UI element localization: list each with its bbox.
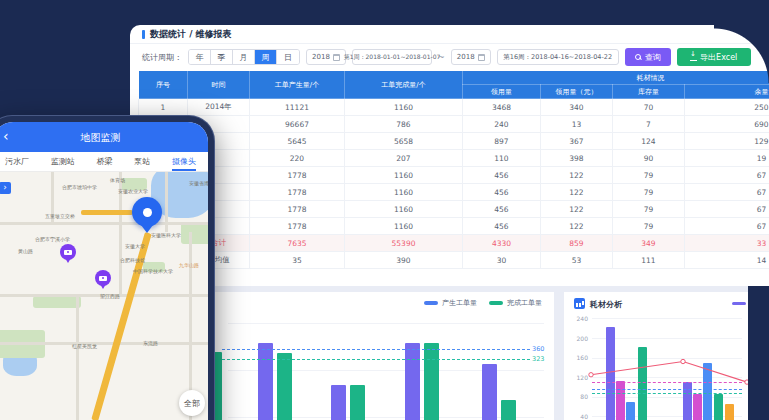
query-button-label: 查询 [645,52,661,63]
reference-line [222,349,530,350]
table-cell: 13 [541,116,613,133]
period-option[interactable]: 周 [255,50,277,64]
table-cell: 3468 [463,99,541,116]
map-park [181,222,208,244]
reference-line [592,382,742,383]
camera-marker[interactable] [60,244,76,260]
phone-tab[interactable]: 污水厂 [5,152,29,171]
table-cell: 67 [685,184,769,201]
table-cell: 90 [613,150,685,167]
legend-color-pill [424,301,438,305]
phone-app-header: ‹ 地图监测 [0,122,208,152]
phone-tab[interactable]: 泵站 [134,152,150,171]
table-cell: 122 [541,167,613,184]
table-row: 296667786240137690 [139,116,769,133]
map-label: 红星美凯龙 [72,343,97,349]
phone-tab[interactable]: 摄像头 [172,152,196,171]
period-option[interactable]: 日 [277,50,299,64]
camera-marker[interactable] [95,270,111,286]
table-cell: 11121 [250,99,345,116]
y-axis-tick-label: 200 [568,335,588,342]
consumable-bar [725,404,734,420]
consumable-bar [606,327,615,420]
week-start-input[interactable]: 第1周：2018-01-01~2018-01-07 [352,49,432,65]
camera-icon [99,276,107,281]
calendar-icon [333,54,340,61]
legend-item[interactable]: 完成工单量 [489,298,542,308]
y-axis-tick-label: 240 [568,315,588,322]
legend-line-icon[interactable] [732,302,746,305]
bar-completed [350,385,365,420]
map-road [76,294,79,420]
y-axis-tick-label: 40 [568,413,588,420]
table-row: 7177811604561227967 [139,201,769,218]
table-average-row: 平均值35390305311114 [139,252,769,269]
column-header: 余量 [685,85,769,99]
consumable-bar [683,382,692,420]
phone-tab[interactable]: 监测站 [51,152,75,171]
download-icon [690,53,697,61]
table-cell: 19 [685,150,769,167]
table-cell: 110 [463,150,541,167]
week-end-value: 第16周：2018-04-16~2018-04-22 [503,53,612,62]
column-header: 领用量 [463,85,541,99]
calendar-icon [478,54,485,61]
bar-completed [214,352,222,420]
query-button[interactable]: 查询 [625,48,671,66]
bar-created [331,385,346,420]
map-label: 东流路 [143,340,158,346]
selected-camera-marker[interactable] [132,197,162,227]
table-cell: 67 [685,201,769,218]
map-all-button[interactable]: 全部 [179,390,205,416]
table-cell: 1778 [250,167,345,184]
period-option[interactable]: 月 [233,50,255,64]
table-cell: 786 [345,116,463,133]
table-cell: 55390 [345,235,463,252]
map-label: 五里墩立交桥 [45,213,75,219]
map-label: 合肥科技馆 [120,257,145,263]
map-highway [81,210,133,215]
breadcrumb: 数据统计 / 维修报表 [130,25,769,44]
table-cell: 1160 [345,184,463,201]
map-label: 安徽农业大学 [118,188,148,194]
table-cell: 79 [613,201,685,218]
period-segmented-control[interactable]: 年季月周日 [188,49,300,65]
year-start-input[interactable]: 2018 [306,49,346,65]
legend-label: 产生工单量 [442,298,477,308]
week-end-input[interactable]: 第16周：2018-04-16~2018-04-22 [497,49,619,65]
filter-toolbar: 统计周期： 年季月周日 2018 第1周：2018-01-01~2018-01-… [130,44,769,70]
phone-mockup: ‹ 地图监测 污水厂监测站桥梁泵站摄像头 › 全部 [0,115,215,420]
table-cell: 129 [685,133,769,150]
table-cell: 70 [613,99,685,116]
period-option[interactable]: 年 [189,50,211,64]
map-label: 九华山路 [179,262,199,268]
consumable-chart-header: 耗材分析 [564,292,748,314]
table-row: 42202071103989019 [139,150,769,167]
legend-color-pill [489,301,503,305]
table-cell: 5658 [345,133,463,150]
legend-item[interactable]: 产生工单量 [424,298,477,308]
bar-created [405,343,420,420]
map-park [33,296,81,308]
table-cell: 96667 [250,116,345,133]
map-expand-button[interactable]: › [0,182,11,194]
map-canvas[interactable]: › 全部 合肥市琥珀中学体育场安徽农业大学安徽省博物馆五里墩立交桥合肥市宁溪小学… [0,172,208,420]
table-cell: 859 [541,235,613,252]
table-cell: 897 [463,133,541,150]
table-cell: 30 [463,252,541,269]
year-end-value: 2018 [457,53,475,61]
column-header: 库存量 [613,85,685,99]
bar-completed [501,400,516,420]
phone-tab[interactable]: 桥梁 [97,152,113,171]
table-cell: 1160 [345,99,463,116]
year-end-input[interactable]: 2018 [451,49,491,65]
map-label: 合肥市宁溪小学 [35,236,70,242]
map-label: 黄山路 [18,248,33,254]
table-cell: 1160 [345,201,463,218]
table-cell: 456 [463,184,541,201]
y-axis-tick-label: 120 [568,374,588,381]
export-excel-button[interactable]: 导出Excel [677,48,751,66]
period-option[interactable]: 季 [211,50,233,64]
map-label: 合肥市琥珀中学 [62,184,97,190]
search-icon [635,54,642,61]
